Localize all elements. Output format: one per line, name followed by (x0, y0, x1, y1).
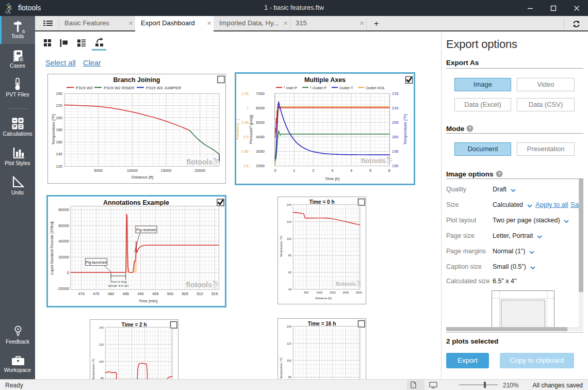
svg-text:P315 W2 JUMPER: P315 W2 JUMPER (146, 86, 181, 90)
svg-text:140: 140 (99, 326, 104, 329)
svg-text:495: 495 (152, 291, 159, 296)
svg-text:Outlet T: Outlet T (339, 86, 353, 90)
svg-text:80: 80 (288, 254, 291, 257)
svg-text:Time = 2 h: Time = 2 h (121, 322, 146, 328)
svg-text:5000: 5000 (256, 120, 265, 125)
svg-text:1500: 1500 (330, 291, 336, 294)
svg-text:2500: 2500 (356, 291, 362, 294)
svg-text:0: 0 (67, 270, 69, 275)
svg-text:Fraction [ - ]: Fraction [ - ] (236, 119, 240, 140)
svg-text:Temperature [°F]: Temperature [°F] (280, 358, 283, 379)
svg-text:Multiple Axes: Multiple Axes (304, 76, 346, 84)
svg-text:100: 100 (287, 237, 291, 240)
svg-text:220: 220 (56, 103, 62, 108)
svg-text:140: 140 (287, 203, 291, 206)
svg-text:140: 140 (287, 325, 291, 328)
svg-text:6: 6 (20, 57, 23, 62)
svg-text:500: 500 (304, 291, 308, 294)
svg-text:Pressure¹ [psig]: Pressure¹ [psig] (249, 115, 253, 144)
svg-text:20000: 20000 (58, 255, 69, 259)
svg-text:470: 470 (78, 291, 85, 296)
svg-text:0.95: 0.95 (241, 121, 249, 124)
svg-text:1: 1 (247, 106, 249, 110)
svg-text:Distance [ft]: Distance [ft] (315, 297, 332, 300)
svg-text:195: 195 (392, 149, 399, 154)
svg-text:P315 W2 RISER: P315 W2 RISER (104, 86, 135, 90)
svg-text:0.85: 0.85 (241, 150, 249, 153)
svg-text:15000: 15000 (161, 168, 172, 173)
svg-text:P315 W2: P315 W2 (76, 86, 93, 90)
svg-text:10000: 10000 (127, 168, 138, 173)
svg-text:4: 4 (350, 168, 352, 173)
svg-text:3: 3 (331, 168, 333, 173)
svg-text:100: 100 (287, 359, 291, 362)
svg-text:0.9: 0.9 (243, 135, 249, 139)
svg-text:Time to slug: Time to slug (110, 280, 126, 283)
svg-text:flotools: flotools (336, 281, 356, 287)
svg-text:500: 500 (167, 291, 174, 296)
svg-text:40000: 40000 (58, 239, 69, 243)
svg-text:100: 100 (99, 360, 104, 363)
svg-text:40: 40 (288, 288, 291, 291)
svg-text:1000: 1000 (316, 291, 322, 294)
svg-text:Time [h]: Time [h] (325, 176, 340, 181)
svg-text:2000: 2000 (256, 164, 265, 168)
svg-text:2: 2 (312, 168, 314, 173)
svg-text:515: 515 (211, 291, 218, 296)
svg-text:200: 200 (392, 135, 399, 139)
svg-text:1: 1 (293, 168, 295, 173)
svg-text:-20000: -20000 (57, 286, 69, 291)
svg-text:7000: 7000 (256, 91, 265, 96)
svg-text:240: 240 (56, 91, 62, 96)
svg-text:60: 60 (288, 271, 291, 274)
svg-text:485: 485 (123, 291, 129, 296)
svg-text:Pig received: Pig received (136, 228, 156, 232)
svg-text:190: 190 (392, 164, 399, 168)
svg-text:4000: 4000 (256, 135, 265, 139)
svg-text:2000: 2000 (342, 291, 349, 294)
svg-text:Temperature [°F]: Temperature [°F] (403, 114, 407, 145)
svg-text:210: 210 (392, 106, 399, 110)
svg-text:215: 215 (392, 91, 399, 96)
svg-text:Temperature [°F]: Temperature [°F] (51, 114, 56, 145)
svg-text:1.05: 1.05 (241, 92, 249, 95)
svg-text:Time = 0 h: Time = 0 h (309, 199, 334, 205)
svg-text:180: 180 (56, 127, 62, 132)
svg-text:490: 490 (137, 291, 144, 296)
svg-text:Time [min]: Time [min] (138, 299, 157, 303)
svg-text:1 Outlet P: 1 Outlet P (310, 86, 326, 90)
svg-text:0: 0 (274, 168, 276, 173)
svg-text:Time = 16 h: Time = 16 h (308, 321, 336, 327)
svg-text:120: 120 (56, 164, 62, 169)
svg-text:Annotations Example: Annotations Example (103, 199, 169, 206)
svg-text:200: 200 (56, 116, 62, 120)
svg-text:120: 120 (287, 220, 291, 223)
svg-text:5000: 5000 (94, 168, 103, 173)
svg-text:120: 120 (287, 342, 291, 345)
svg-text:0.8: 0.8 (243, 164, 249, 168)
svg-text:Temperature [°F]: Temperature [°F] (92, 359, 95, 379)
svg-text:160: 160 (56, 140, 62, 144)
svg-text:flotools: flotools (361, 157, 386, 165)
svg-text:60000: 60000 (58, 223, 69, 228)
svg-text:505: 505 (182, 291, 188, 296)
svg-text:480: 480 (108, 291, 115, 296)
svg-text:6000: 6000 (256, 106, 265, 110)
svg-text:Outlet HOL: Outlet HOL (366, 86, 385, 90)
svg-text:3000: 3000 (256, 149, 265, 154)
svg-text:140: 140 (56, 152, 62, 156)
svg-text:Liquid Standard Flowrate [STB/: Liquid Standard Flowrate [STB/d] (50, 221, 54, 274)
svg-text:flotools: flotools (186, 281, 212, 289)
svg-text:Branch Joining: Branch Joining (113, 76, 160, 84)
svg-text:?: ? (498, 171, 501, 176)
svg-text:5: 5 (369, 168, 371, 173)
svg-text:1 Inlet P: 1 Inlet P (284, 86, 297, 90)
svg-text:475: 475 (93, 291, 100, 296)
svg-text:Temperature [°F]: Temperature [°F] (280, 236, 283, 257)
svg-text:80: 80 (288, 376, 291, 379)
svg-text:Pig launched: Pig launched (86, 261, 107, 265)
svg-text:flotools: flotools (186, 158, 213, 166)
svg-text:80000: 80000 (58, 207, 69, 212)
svg-text:Distance [ft]: Distance [ft] (132, 175, 153, 180)
svg-text:20000: 20000 (194, 168, 205, 173)
